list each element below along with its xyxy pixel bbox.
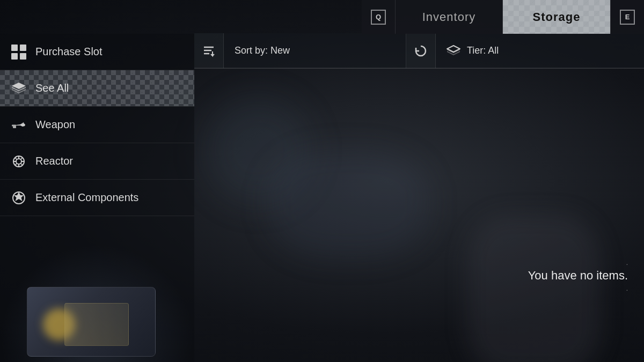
svg-rect-0 — [11, 45, 18, 51]
storage-tab-label: Storage — [533, 10, 581, 24]
tab-storage[interactable]: Storage — [503, 0, 610, 34]
svg-point-10 — [16, 159, 21, 164]
svg-rect-8 — [13, 126, 16, 128]
sort-button[interactable] — [194, 33, 224, 68]
header-left-space — [0, 0, 362, 34]
sort-by-selector[interactable]: Sort by: New — [224, 33, 406, 68]
empty-message: You have no items. — [528, 269, 628, 283]
svg-rect-3 — [20, 53, 26, 60]
weapon-icon — [11, 117, 27, 133]
sidebar-item-weapon[interactable]: Weapon — [0, 107, 194, 143]
sidebar-item-purchase-slot[interactable]: Purchase Slot — [0, 34, 194, 70]
see-all-label: See All — [35, 82, 69, 94]
sidebar-item-external-components[interactable]: External Components — [0, 180, 194, 216]
sort-icon — [202, 44, 216, 58]
svg-rect-2 — [11, 53, 18, 60]
header: Q Inventory Storage E — [0, 0, 644, 34]
bottom-decoration — [0, 244, 194, 362]
tier-selector[interactable]: Tier: All — [436, 33, 644, 68]
reactor-icon — [11, 153, 27, 169]
svg-marker-23 — [447, 46, 460, 52]
refresh-button[interactable] — [406, 33, 436, 68]
refresh-icon — [414, 44, 428, 58]
external-icon — [11, 190, 27, 206]
main-content: Sort by: New Tier: All . You have no ite… — [194, 34, 644, 362]
tab-inventory[interactable]: Inventory — [396, 0, 503, 34]
key-e-tab[interactable]: E — [610, 0, 644, 34]
layers-icon — [11, 80, 27, 97]
svg-line-17 — [21, 157, 23, 159]
e-key-badge: E — [620, 10, 635, 25]
svg-rect-1 — [20, 45, 26, 51]
sort-by-label: Sort by: New — [235, 45, 290, 56]
toolbar: Sort by: New Tier: All — [194, 34, 644, 69]
dot-bottom: . — [528, 285, 628, 292]
sidebar-item-reactor[interactable]: Reactor — [0, 143, 194, 180]
reactor-label: Reactor — [35, 155, 73, 167]
weapon-label: Weapon — [35, 119, 75, 131]
q-key-badge: Q — [371, 10, 386, 25]
svg-line-15 — [15, 157, 17, 159]
item-silhouette — [11, 255, 161, 362]
purchase-slot-label: Purchase Slot — [35, 46, 103, 58]
svg-line-18 — [15, 163, 17, 165]
dot-top: . — [528, 259, 628, 267]
purchase-icon — [11, 44, 27, 60]
key-q-tab[interactable]: Q — [362, 0, 396, 34]
external-components-label: External Components — [35, 191, 138, 204]
tier-icon — [447, 45, 460, 57]
inventory-tab-label: Inventory — [422, 10, 476, 24]
sidebar-item-see-all[interactable]: See All — [0, 70, 194, 107]
tier-label: Tier: All — [467, 45, 499, 56]
empty-state: . You have no items. . — [528, 259, 628, 292]
svg-line-16 — [21, 163, 23, 165]
